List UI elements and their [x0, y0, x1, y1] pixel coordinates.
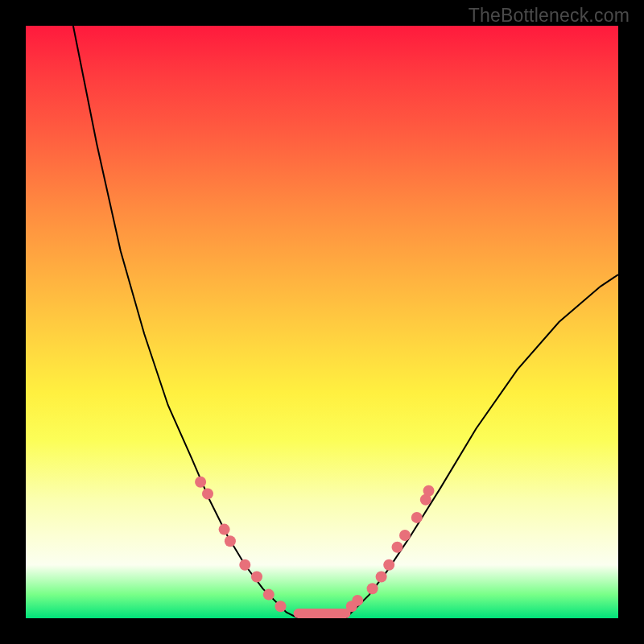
data-dot [376, 572, 387, 583]
data-dot [202, 488, 213, 499]
data-dots [195, 477, 434, 613]
data-dot [399, 530, 411, 541]
data-dot [239, 559, 250, 571]
data-dot [251, 572, 262, 583]
data-dot [383, 559, 394, 571]
data-dot [263, 589, 275, 601]
data-dot [392, 542, 403, 553]
curves-svg [26, 26, 618, 618]
plot-area [26, 26, 618, 618]
data-dot [225, 535, 236, 547]
data-dot [411, 512, 423, 523]
chart-container: TheBottleneck.com [0, 0, 644, 644]
data-dot [219, 524, 230, 535]
data-dot [352, 595, 363, 606]
data-dot [275, 601, 287, 612]
left-curve [73, 26, 299, 618]
data-dot [195, 477, 206, 488]
data-dot [367, 583, 378, 594]
data-dot [423, 485, 435, 497]
watermark-text: TheBottleneck.com [469, 5, 630, 27]
